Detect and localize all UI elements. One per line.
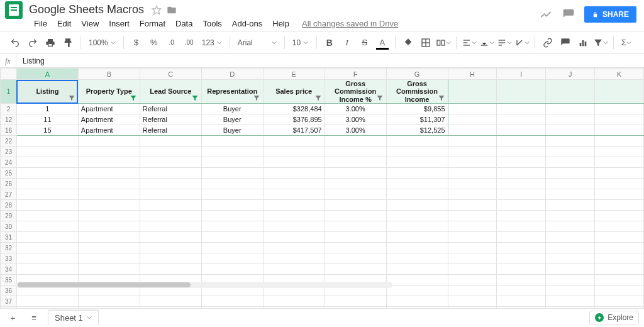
cell[interactable] bbox=[595, 307, 644, 309]
fill-color-button[interactable] bbox=[401, 35, 416, 51]
sheet-tab-menu-icon[interactable] bbox=[87, 315, 92, 320]
cell[interactable] bbox=[448, 243, 497, 253]
cell[interactable] bbox=[386, 285, 448, 296]
cell[interactable] bbox=[263, 307, 325, 309]
cell[interactable] bbox=[386, 232, 448, 243]
move-to-folder-icon[interactable] bbox=[164, 5, 179, 15]
row-header[interactable]: 22 bbox=[1, 136, 17, 147]
filter-header-cell[interactable]: Sales price bbox=[263, 80, 325, 104]
cell[interactable] bbox=[595, 232, 644, 243]
filter-icon[interactable] bbox=[376, 94, 384, 102]
cell[interactable] bbox=[546, 296, 595, 307]
cell[interactable] bbox=[595, 264, 644, 275]
cell[interactable] bbox=[546, 264, 595, 275]
cell[interactable] bbox=[595, 275, 644, 285]
cell[interactable]: 1 bbox=[16, 104, 78, 114]
cell[interactable] bbox=[448, 157, 497, 168]
menu-format[interactable]: Format bbox=[135, 17, 170, 30]
cell[interactable] bbox=[595, 136, 644, 147]
filter-button[interactable] bbox=[593, 35, 608, 51]
cell[interactable]: Buyer bbox=[201, 114, 263, 125]
cell[interactable] bbox=[595, 179, 644, 189]
cell[interactable] bbox=[201, 136, 263, 147]
text-wrap-button[interactable] bbox=[497, 35, 512, 51]
explore-button[interactable]: ✦ Explore bbox=[589, 311, 639, 324]
cell[interactable]: Buyer bbox=[201, 104, 263, 114]
cell[interactable] bbox=[263, 168, 325, 179]
cell[interactable] bbox=[546, 179, 595, 189]
cell[interactable] bbox=[78, 253, 140, 264]
cell[interactable] bbox=[78, 264, 140, 275]
merge-cells-button[interactable] bbox=[436, 35, 451, 51]
filter-icon[interactable] bbox=[438, 94, 445, 102]
cell[interactable] bbox=[16, 157, 78, 168]
cell[interactable] bbox=[201, 232, 263, 243]
cell[interactable] bbox=[497, 168, 546, 179]
row-header[interactable]: 33 bbox=[1, 253, 17, 264]
menu-insert[interactable]: Insert bbox=[104, 17, 135, 30]
cell[interactable] bbox=[78, 157, 140, 168]
cell[interactable] bbox=[16, 200, 78, 211]
undo-button[interactable] bbox=[8, 35, 23, 51]
cell[interactable] bbox=[546, 157, 595, 168]
cell[interactable] bbox=[263, 264, 325, 275]
text-rotation-button[interactable] bbox=[514, 35, 530, 51]
italic-button[interactable]: I bbox=[340, 35, 355, 51]
row-header[interactable]: 1 bbox=[1, 80, 17, 104]
cell[interactable] bbox=[325, 211, 386, 221]
cell[interactable]: $328,484 bbox=[263, 104, 325, 114]
cell[interactable] bbox=[201, 157, 263, 168]
row-header[interactable]: 34 bbox=[1, 264, 17, 275]
cell[interactable] bbox=[140, 296, 201, 307]
cell[interactable] bbox=[595, 157, 644, 168]
cell[interactable] bbox=[448, 200, 497, 211]
col-header-c[interactable]: C bbox=[140, 69, 201, 80]
cell[interactable] bbox=[497, 264, 546, 275]
row-header[interactable]: 29 bbox=[1, 211, 17, 221]
filter-icon[interactable] bbox=[253, 94, 260, 102]
cell[interactable] bbox=[595, 147, 644, 157]
row-header[interactable]: 2 bbox=[1, 104, 17, 114]
cell[interactable]: $11,307 bbox=[386, 114, 448, 125]
cell[interactable] bbox=[78, 168, 140, 179]
cell[interactable] bbox=[201, 211, 263, 221]
cell[interactable] bbox=[16, 264, 78, 275]
cell[interactable]: Referral bbox=[140, 125, 201, 136]
cell[interactable] bbox=[386, 253, 448, 264]
cell[interactable] bbox=[263, 211, 325, 221]
cell[interactable] bbox=[16, 296, 78, 307]
cell[interactable] bbox=[78, 147, 140, 157]
cell[interactable] bbox=[595, 200, 644, 211]
cell[interactable] bbox=[386, 211, 448, 221]
horizontal-align-button[interactable] bbox=[462, 35, 477, 51]
cell[interactable] bbox=[263, 189, 325, 200]
cell[interactable] bbox=[595, 189, 644, 200]
col-header-k[interactable]: K bbox=[595, 69, 644, 80]
cell[interactable] bbox=[448, 253, 497, 264]
cell[interactable] bbox=[448, 179, 497, 189]
cell[interactable] bbox=[546, 136, 595, 147]
cell[interactable] bbox=[497, 179, 546, 189]
cell[interactable] bbox=[140, 232, 201, 243]
row-header[interactable]: 27 bbox=[1, 189, 17, 200]
filter-icon[interactable] bbox=[314, 94, 322, 102]
cell[interactable] bbox=[78, 243, 140, 253]
cell[interactable] bbox=[546, 147, 595, 157]
cell[interactable] bbox=[16, 253, 78, 264]
col-header-g[interactable]: G bbox=[386, 69, 448, 80]
cell[interactable]: 3.00% bbox=[325, 104, 386, 114]
sheet-tab[interactable]: Sheet 1 bbox=[48, 310, 99, 325]
cell[interactable] bbox=[263, 232, 325, 243]
cell[interactable] bbox=[78, 232, 140, 243]
vertical-align-button[interactable] bbox=[479, 35, 494, 51]
cell[interactable] bbox=[78, 307, 140, 309]
cell[interactable] bbox=[497, 200, 546, 211]
cell[interactable] bbox=[140, 243, 201, 253]
cell[interactable] bbox=[201, 200, 263, 211]
cell[interactable] bbox=[140, 221, 201, 232]
cell[interactable] bbox=[263, 296, 325, 307]
menu-addons[interactable]: Add-ons bbox=[227, 17, 267, 30]
cell[interactable] bbox=[497, 211, 546, 221]
cell[interactable] bbox=[78, 221, 140, 232]
cell[interactable]: Apartment bbox=[78, 125, 140, 136]
